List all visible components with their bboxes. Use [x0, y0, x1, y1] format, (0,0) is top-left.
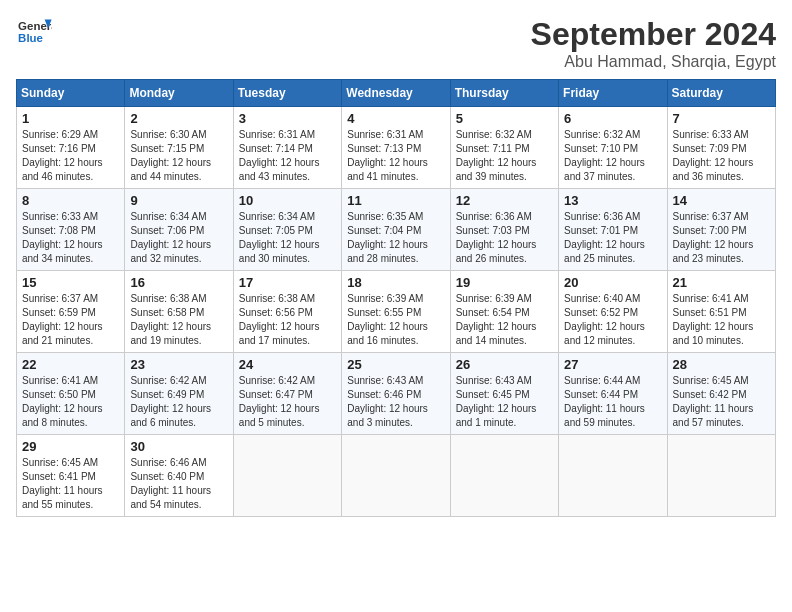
day-number-2: 2 — [130, 111, 227, 126]
day-info-25: Sunrise: 6:43 AM Sunset: 6:46 PM Dayligh… — [347, 374, 444, 430]
day-cell-17: 17 Sunrise: 6:38 AM Sunset: 6:56 PM Dayl… — [233, 271, 341, 353]
day-cell-5: 5 Sunrise: 6:32 AM Sunset: 7:11 PM Dayli… — [450, 107, 558, 189]
day-cell-8: 8 Sunrise: 6:33 AM Sunset: 7:08 PM Dayli… — [17, 189, 125, 271]
day-cell-9: 9 Sunrise: 6:34 AM Sunset: 7:06 PM Dayli… — [125, 189, 233, 271]
day-cell-24: 24 Sunrise: 6:42 AM Sunset: 6:47 PM Dayl… — [233, 353, 341, 435]
day-cell-20: 20 Sunrise: 6:40 AM Sunset: 6:52 PM Dayl… — [559, 271, 667, 353]
empty-cell-2 — [342, 435, 450, 517]
day-info-11: Sunrise: 6:35 AM Sunset: 7:04 PM Dayligh… — [347, 210, 444, 266]
week-row-1: 1 Sunrise: 6:29 AM Sunset: 7:16 PM Dayli… — [17, 107, 776, 189]
day-number-30: 30 — [130, 439, 227, 454]
day-cell-6: 6 Sunrise: 6:32 AM Sunset: 7:10 PM Dayli… — [559, 107, 667, 189]
week-row-3: 15 Sunrise: 6:37 AM Sunset: 6:59 PM Dayl… — [17, 271, 776, 353]
day-info-2: Sunrise: 6:30 AM Sunset: 7:15 PM Dayligh… — [130, 128, 227, 184]
day-info-30: Sunrise: 6:46 AM Sunset: 6:40 PM Dayligh… — [130, 456, 227, 512]
week-row-4: 22 Sunrise: 6:41 AM Sunset: 6:50 PM Dayl… — [17, 353, 776, 435]
day-number-15: 15 — [22, 275, 119, 290]
day-cell-23: 23 Sunrise: 6:42 AM Sunset: 6:49 PM Dayl… — [125, 353, 233, 435]
day-info-5: Sunrise: 6:32 AM Sunset: 7:11 PM Dayligh… — [456, 128, 553, 184]
day-number-27: 27 — [564, 357, 661, 372]
day-number-3: 3 — [239, 111, 336, 126]
day-info-8: Sunrise: 6:33 AM Sunset: 7:08 PM Dayligh… — [22, 210, 119, 266]
day-info-3: Sunrise: 6:31 AM Sunset: 7:14 PM Dayligh… — [239, 128, 336, 184]
day-cell-1: 1 Sunrise: 6:29 AM Sunset: 7:16 PM Dayli… — [17, 107, 125, 189]
day-number-19: 19 — [456, 275, 553, 290]
day-cell-27: 27 Sunrise: 6:44 AM Sunset: 6:44 PM Dayl… — [559, 353, 667, 435]
day-cell-21: 21 Sunrise: 6:41 AM Sunset: 6:51 PM Dayl… — [667, 271, 775, 353]
day-number-29: 29 — [22, 439, 119, 454]
day-number-17: 17 — [239, 275, 336, 290]
header-sunday: Sunday — [17, 80, 125, 107]
day-info-26: Sunrise: 6:43 AM Sunset: 6:45 PM Dayligh… — [456, 374, 553, 430]
day-info-21: Sunrise: 6:41 AM Sunset: 6:51 PM Dayligh… — [673, 292, 770, 348]
day-number-26: 26 — [456, 357, 553, 372]
month-title: September 2024 — [531, 16, 776, 53]
day-number-5: 5 — [456, 111, 553, 126]
weekday-header-row: Sunday Monday Tuesday Wednesday Thursday… — [17, 80, 776, 107]
day-cell-28: 28 Sunrise: 6:45 AM Sunset: 6:42 PM Dayl… — [667, 353, 775, 435]
day-info-28: Sunrise: 6:45 AM Sunset: 6:42 PM Dayligh… — [673, 374, 770, 430]
day-info-7: Sunrise: 6:33 AM Sunset: 7:09 PM Dayligh… — [673, 128, 770, 184]
day-cell-19: 19 Sunrise: 6:39 AM Sunset: 6:54 PM Dayl… — [450, 271, 558, 353]
day-cell-14: 14 Sunrise: 6:37 AM Sunset: 7:00 PM Dayl… — [667, 189, 775, 271]
day-number-25: 25 — [347, 357, 444, 372]
empty-cell-1 — [233, 435, 341, 517]
calendar-table: Sunday Monday Tuesday Wednesday Thursday… — [16, 79, 776, 517]
day-info-18: Sunrise: 6:39 AM Sunset: 6:55 PM Dayligh… — [347, 292, 444, 348]
day-cell-12: 12 Sunrise: 6:36 AM Sunset: 7:03 PM Dayl… — [450, 189, 558, 271]
day-cell-10: 10 Sunrise: 6:34 AM Sunset: 7:05 PM Dayl… — [233, 189, 341, 271]
day-info-6: Sunrise: 6:32 AM Sunset: 7:10 PM Dayligh… — [564, 128, 661, 184]
day-cell-25: 25 Sunrise: 6:43 AM Sunset: 6:46 PM Dayl… — [342, 353, 450, 435]
header-saturday: Saturday — [667, 80, 775, 107]
week-row-5: 29 Sunrise: 6:45 AM Sunset: 6:41 PM Dayl… — [17, 435, 776, 517]
day-number-18: 18 — [347, 275, 444, 290]
day-info-4: Sunrise: 6:31 AM Sunset: 7:13 PM Dayligh… — [347, 128, 444, 184]
day-cell-11: 11 Sunrise: 6:35 AM Sunset: 7:04 PM Dayl… — [342, 189, 450, 271]
day-info-13: Sunrise: 6:36 AM Sunset: 7:01 PM Dayligh… — [564, 210, 661, 266]
day-info-16: Sunrise: 6:38 AM Sunset: 6:58 PM Dayligh… — [130, 292, 227, 348]
day-info-9: Sunrise: 6:34 AM Sunset: 7:06 PM Dayligh… — [130, 210, 227, 266]
day-number-28: 28 — [673, 357, 770, 372]
day-info-1: Sunrise: 6:29 AM Sunset: 7:16 PM Dayligh… — [22, 128, 119, 184]
location-title: Abu Hammad, Sharqia, Egypt — [531, 53, 776, 71]
day-cell-22: 22 Sunrise: 6:41 AM Sunset: 6:50 PM Dayl… — [17, 353, 125, 435]
day-cell-4: 4 Sunrise: 6:31 AM Sunset: 7:13 PM Dayli… — [342, 107, 450, 189]
svg-text:Blue: Blue — [18, 32, 43, 44]
day-number-11: 11 — [347, 193, 444, 208]
day-number-9: 9 — [130, 193, 227, 208]
day-info-27: Sunrise: 6:44 AM Sunset: 6:44 PM Dayligh… — [564, 374, 661, 430]
header: General Blue September 2024 Abu Hammad, … — [16, 16, 776, 71]
day-number-22: 22 — [22, 357, 119, 372]
day-info-23: Sunrise: 6:42 AM Sunset: 6:49 PM Dayligh… — [130, 374, 227, 430]
day-number-20: 20 — [564, 275, 661, 290]
day-info-19: Sunrise: 6:39 AM Sunset: 6:54 PM Dayligh… — [456, 292, 553, 348]
header-tuesday: Tuesday — [233, 80, 341, 107]
day-cell-13: 13 Sunrise: 6:36 AM Sunset: 7:01 PM Dayl… — [559, 189, 667, 271]
day-number-23: 23 — [130, 357, 227, 372]
empty-cell-4 — [559, 435, 667, 517]
day-number-7: 7 — [673, 111, 770, 126]
day-cell-7: 7 Sunrise: 6:33 AM Sunset: 7:09 PM Dayli… — [667, 107, 775, 189]
day-cell-2: 2 Sunrise: 6:30 AM Sunset: 7:15 PM Dayli… — [125, 107, 233, 189]
header-wednesday: Wednesday — [342, 80, 450, 107]
day-cell-18: 18 Sunrise: 6:39 AM Sunset: 6:55 PM Dayl… — [342, 271, 450, 353]
day-number-14: 14 — [673, 193, 770, 208]
day-number-4: 4 — [347, 111, 444, 126]
day-cell-16: 16 Sunrise: 6:38 AM Sunset: 6:58 PM Dayl… — [125, 271, 233, 353]
day-cell-15: 15 Sunrise: 6:37 AM Sunset: 6:59 PM Dayl… — [17, 271, 125, 353]
day-info-22: Sunrise: 6:41 AM Sunset: 6:50 PM Dayligh… — [22, 374, 119, 430]
day-info-14: Sunrise: 6:37 AM Sunset: 7:00 PM Dayligh… — [673, 210, 770, 266]
logo-icon: General Blue — [16, 16, 52, 46]
day-number-10: 10 — [239, 193, 336, 208]
empty-cell-5 — [667, 435, 775, 517]
day-cell-3: 3 Sunrise: 6:31 AM Sunset: 7:14 PM Dayli… — [233, 107, 341, 189]
day-info-20: Sunrise: 6:40 AM Sunset: 6:52 PM Dayligh… — [564, 292, 661, 348]
day-cell-26: 26 Sunrise: 6:43 AM Sunset: 6:45 PM Dayl… — [450, 353, 558, 435]
day-cell-30: 30 Sunrise: 6:46 AM Sunset: 6:40 PM Dayl… — [125, 435, 233, 517]
day-number-13: 13 — [564, 193, 661, 208]
day-info-15: Sunrise: 6:37 AM Sunset: 6:59 PM Dayligh… — [22, 292, 119, 348]
header-thursday: Thursday — [450, 80, 558, 107]
day-info-12: Sunrise: 6:36 AM Sunset: 7:03 PM Dayligh… — [456, 210, 553, 266]
day-info-24: Sunrise: 6:42 AM Sunset: 6:47 PM Dayligh… — [239, 374, 336, 430]
day-number-8: 8 — [22, 193, 119, 208]
